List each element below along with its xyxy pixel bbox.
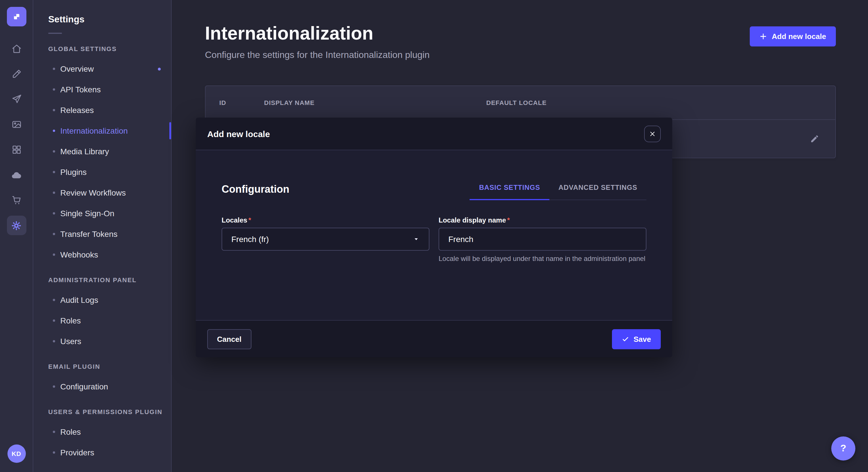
required-asterisk: * — [507, 216, 510, 224]
tab-basic-settings[interactable]: BASIC SETTINGS — [470, 178, 549, 200]
cancel-button[interactable]: Cancel — [207, 329, 251, 349]
help-button[interactable]: ? — [831, 436, 856, 461]
save-button[interactable]: Save — [612, 329, 661, 349]
locales-select-value: French (fr) — [231, 235, 269, 244]
display-name-label: Locale display name* — [439, 216, 646, 224]
display-name-hint: Locale will be displayed under that name… — [439, 254, 646, 264]
add-locale-modal: Add new locale Configuration BASIC SETTI… — [196, 117, 672, 357]
modal-body: Configuration BASIC SETTINGS ADVANCED SE… — [196, 150, 672, 320]
check-icon — [621, 335, 629, 343]
configuration-title: Configuration — [222, 183, 289, 196]
locale-form: Locales* French (fr) Locale display name… — [222, 216, 646, 264]
display-name-input[interactable] — [439, 228, 646, 250]
modal-footer: Cancel Save — [196, 320, 672, 357]
save-label: Save — [633, 335, 651, 343]
display-name-field: Locale display name* Locale will be disp… — [439, 216, 646, 264]
tab-advanced-settings[interactable]: ADVANCED SETTINGS — [549, 178, 646, 200]
app-window: KD Settings GLOBAL SETTINGS Overview API… — [0, 0, 868, 472]
configuration-row: Configuration BASIC SETTINGS ADVANCED SE… — [222, 178, 646, 200]
modal-title: Add new locale — [207, 129, 270, 138]
settings-tabs: BASIC SETTINGS ADVANCED SETTINGS — [470, 178, 646, 200]
required-asterisk: * — [248, 216, 251, 224]
locales-field: Locales* French (fr) — [222, 216, 429, 264]
modal-header: Add new locale — [196, 117, 672, 150]
locales-select[interactable]: French (fr) — [222, 228, 429, 250]
locales-label: Locales* — [222, 216, 429, 224]
close-icon[interactable] — [644, 125, 661, 142]
chevron-down-icon — [413, 236, 420, 243]
